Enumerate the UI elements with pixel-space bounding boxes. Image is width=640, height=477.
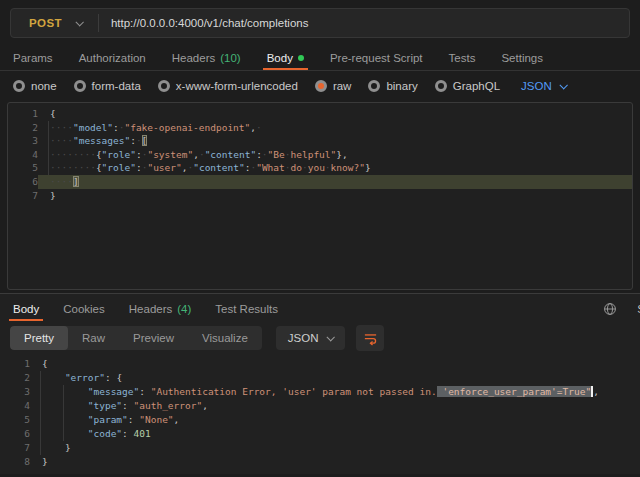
request-tabs: Params Authorization Headers (10) Body P… — [0, 45, 640, 71]
radio-icon — [435, 80, 447, 92]
line-number: 3 — [14, 134, 38, 148]
button-label: Visualize — [202, 332, 248, 344]
response-section: Body Cookies Headers (4) Test Results S … — [0, 293, 640, 474]
line-number: 6 — [6, 427, 30, 441]
view-mode-group: Pretty Raw Preview Visualize — [10, 326, 262, 350]
request-language-dropdown[interactable]: JSON — [521, 80, 566, 92]
code-line[interactable]: 3····"messages":·[ — [8, 134, 632, 148]
response-tab-cookies[interactable]: Cookies — [62, 294, 106, 324]
tab-params[interactable]: Params — [12, 45, 54, 70]
url-bar: POST — [10, 8, 630, 38]
tab-label: Body — [13, 303, 39, 315]
code-line-content: "message": "Authentication Error, 'user'… — [42, 385, 640, 399]
tab-body[interactable]: Body — [266, 45, 305, 70]
headers-count-badge: (4) — [177, 303, 191, 315]
tab-headers[interactable]: Headers (10) — [171, 45, 242, 70]
method-label: POST — [29, 17, 62, 29]
line-number: 6 — [14, 175, 38, 189]
radio-label: none — [31, 80, 57, 92]
radio-label: binary — [386, 80, 417, 92]
view-visualize-button[interactable]: Visualize — [188, 326, 262, 350]
tab-label: Headers — [129, 303, 172, 315]
tab-pre-request-script[interactable]: Pre-request Script — [329, 45, 424, 70]
code-line[interactable]: 2 "error": { — [0, 371, 640, 385]
code-line-content: } — [42, 441, 640, 455]
line-number: 4 — [14, 148, 38, 162]
response-toolbar: Pretty Raw Preview Visualize JSON — [10, 325, 640, 351]
url-input[interactable] — [99, 17, 629, 29]
radio-label: raw — [333, 80, 352, 92]
view-raw-button[interactable]: Raw — [68, 326, 119, 350]
chevron-down-icon — [75, 18, 83, 26]
code-line[interactable]: 7 } — [0, 441, 640, 455]
response-tab-body[interactable]: Body — [12, 294, 40, 324]
method-dropdown[interactable]: POST — [11, 9, 98, 37]
code-line[interactable]: 4········{"role":·"system",·"content":·"… — [8, 148, 632, 162]
tab-authorization[interactable]: Authorization — [78, 45, 147, 70]
radio-none[interactable]: none — [13, 80, 57, 92]
code-line[interactable]: 1{ — [8, 107, 632, 121]
view-pretty-button[interactable]: Pretty — [10, 326, 68, 350]
tab-settings[interactable]: Settings — [500, 45, 544, 70]
radio-form-data[interactable]: form-data — [74, 80, 141, 92]
code-line-content: "param": "None", — [42, 413, 640, 427]
code-line[interactable]: 7} — [8, 189, 632, 203]
response-language-dropdown[interactable]: JSON — [276, 326, 346, 350]
code-line[interactable]: 4 "type": "auth_error", — [0, 399, 640, 413]
code-line[interactable]: 8} — [0, 455, 640, 469]
tab-label: Params — [13, 52, 53, 64]
code-line-content: "type": "auth_error", — [42, 399, 640, 413]
button-label: Pretty — [24, 332, 54, 344]
code-line-content: { — [42, 357, 640, 371]
line-number: 1 — [14, 107, 38, 121]
radio-raw[interactable]: raw — [315, 80, 352, 92]
radio-label: x-www-form-urlencoded — [176, 80, 298, 92]
tab-label: Tests — [449, 52, 476, 64]
view-preview-button[interactable]: Preview — [119, 326, 188, 350]
radio-label: GraphQL — [453, 80, 500, 92]
radio-icon — [158, 80, 170, 92]
language-label: JSON — [288, 332, 319, 344]
line-number: 2 — [6, 371, 30, 385]
code-line[interactable]: 5 "param": "None", — [0, 413, 640, 427]
code-line[interactable]: 2····"model":·"fake-openai-endpoint",· — [8, 121, 632, 135]
unsaved-changes-dot — [298, 55, 304, 61]
radio-x-www-form-urlencoded[interactable]: x-www-form-urlencoded — [158, 80, 298, 92]
code-line-content: "code": 401 — [42, 427, 640, 441]
code-line-content: ····"model":·"fake-openai-endpoint",· — [50, 121, 632, 135]
code-line[interactable]: 3 "message": "Authentication Error, 'use… — [0, 385, 640, 399]
globe-icon[interactable] — [603, 302, 617, 316]
line-number: 5 — [6, 413, 30, 427]
radio-binary[interactable]: binary — [368, 80, 417, 92]
button-label: Preview — [133, 332, 174, 344]
button-label: Raw — [82, 332, 105, 344]
tab-label: Cookies — [63, 303, 105, 315]
code-line[interactable]: 1{ — [0, 357, 640, 371]
app-root: { "request": { "method": "POST", "url": … — [0, 0, 640, 477]
line-number: 5 — [14, 161, 38, 175]
line-number: 7 — [6, 441, 30, 455]
wrap-text-icon[interactable] — [356, 325, 384, 351]
response-meta: S — [603, 294, 640, 324]
code-line[interactable]: 6····] — [8, 175, 632, 189]
tab-label: Body — [267, 52, 293, 64]
code-line[interactable]: 6 "code": 401 — [0, 427, 640, 441]
headers-count-badge: (10) — [220, 52, 240, 64]
tab-tests[interactable]: Tests — [448, 45, 477, 70]
code-line[interactable]: 5········{"role":·"user",·"content":·"Wh… — [8, 161, 632, 175]
language-label: JSON — [521, 80, 552, 92]
tab-label: Settings — [501, 52, 543, 64]
response-tabs: Body Cookies Headers (4) Test Results S — [0, 294, 640, 324]
line-number: 2 — [14, 121, 38, 135]
request-url-row: POST — [0, 0, 640, 45]
response-tab-headers[interactable]: Headers (4) — [128, 294, 193, 324]
radio-graphql[interactable]: GraphQL — [435, 80, 500, 92]
chevron-down-icon — [327, 333, 335, 341]
request-body-editor[interactable]: 1{2····"model":·"fake-openai-endpoint",·… — [7, 102, 633, 290]
radio-selected-icon — [315, 80, 327, 92]
response-body-viewer[interactable]: 1{2 "error": {3 "message": "Authenticati… — [0, 355, 640, 469]
radio-icon — [368, 80, 380, 92]
line-number: 8 — [6, 455, 30, 469]
code-line-content: ····] — [50, 175, 632, 189]
response-tab-test-results[interactable]: Test Results — [214, 294, 279, 324]
